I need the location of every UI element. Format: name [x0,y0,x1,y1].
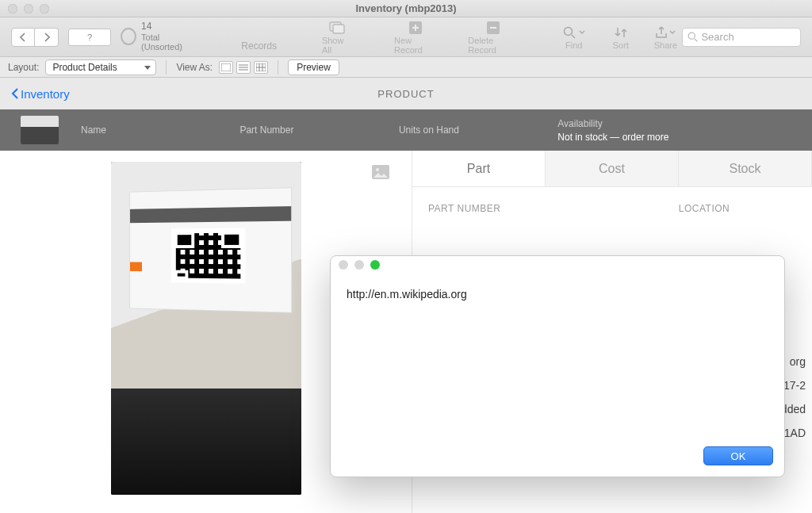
record-thumbnail [21,116,59,144]
dialog-titlebar [331,256,784,274]
chevron-left-icon [20,33,26,42]
find-button[interactable]: Find [561,25,588,50]
dialog-body-text: http://en.m.wikipedia.org [331,274,784,438]
total-label: Total (Unsorted) [141,33,196,52]
sort-icon [613,25,629,40]
dialog-zoom-dot-icon[interactable] [370,260,380,270]
show-all-icon [329,20,345,36]
svg-rect-6 [221,63,231,71]
svg-point-4 [564,27,572,35]
col-units-label: Units on Hand [399,124,557,136]
found-set-pie-icon[interactable] [121,28,136,45]
record-total-block: 14 Total (Unsorted) [141,21,196,52]
prev-record-button[interactable] [11,28,35,47]
form-view-icon [221,63,231,71]
svg-rect-1 [333,25,344,33]
search-icon [688,32,698,42]
records-label: Records [241,40,277,52]
total-count: 14 [141,21,196,33]
page-title: PRODUCT [0,88,812,100]
list-view-icon [239,63,248,71]
view-form-button[interactable] [219,61,233,74]
svg-point-5 [689,33,695,39]
field-labels-row: PART NUMBER LOCATION [412,187,812,220]
minus-square-icon [485,20,501,36]
chevron-down-icon [579,29,585,36]
location-label: LOCATION [612,203,796,214]
next-record-button[interactable] [35,28,59,47]
record-number-field[interactable]: ? [68,29,111,46]
qr-code-icon [171,228,246,285]
layout-label: Layout: [8,62,39,73]
result-dialog: http://en.m.wikipedia.org OK [330,255,785,477]
tab-stock[interactable]: Stock [679,151,812,186]
dialog-minimize-dot-icon[interactable] [354,260,364,270]
col-avail-label: Availability [557,118,812,129]
col-part-label: Part Number [239,124,398,136]
summary-header: Name Part Number Units on Hand Availabil… [0,109,812,151]
sort-button[interactable]: Sort [613,25,629,50]
magnifier-icon [561,25,588,40]
search-input[interactable]: Search [682,28,801,47]
preview-button[interactable]: Preview [288,59,339,75]
record-summary: 14 Total (Unsorted) [121,21,196,52]
plus-square-icon [408,20,423,36]
col-name-label: Name [81,124,239,136]
window-title: Inventory (mbp2013) [0,2,812,14]
svg-point-8 [376,168,379,171]
chevron-right-icon [44,33,50,42]
ok-button[interactable]: OK [703,446,773,465]
main-toolbar: ? 14 Total (Unsorted) Records Show All N… [0,17,812,57]
layout-select[interactable]: Product Details [45,59,156,75]
partnumber-label: PART NUMBER [428,203,612,214]
viewas-label: View As: [176,62,213,73]
image-placeholder-icon[interactable] [372,165,389,179]
tab-part[interactable]: Part [412,151,546,186]
layout-select-value: Product Details [52,62,117,73]
new-record-button[interactable]: New Record [394,20,437,55]
delete-record-button[interactable]: Delete Record [468,20,518,55]
chevron-down-icon [669,29,676,36]
tab-cost[interactable]: Cost [546,151,679,186]
title-bar: Inventory (mbp2013) [0,0,812,17]
detail-tabs: Part Cost Stock [412,151,812,187]
record-nav [11,28,59,47]
breadcrumb-bar: Inventory PRODUCT [0,78,812,109]
table-view-icon [256,63,266,71]
view-table-button[interactable] [254,61,268,74]
share-button[interactable]: Share [653,25,677,50]
record-photo[interactable] [111,162,301,495]
search-placeholder: Search [701,31,733,43]
col-avail-value: Not in stock — order more [557,132,812,143]
show-all-button[interactable]: Show All [322,20,352,55]
layout-bar: Layout: Product Details View As: Preview [0,57,812,78]
view-list-button[interactable] [236,61,251,74]
dialog-close-dot-icon[interactable] [339,260,348,270]
share-icon [653,25,677,40]
